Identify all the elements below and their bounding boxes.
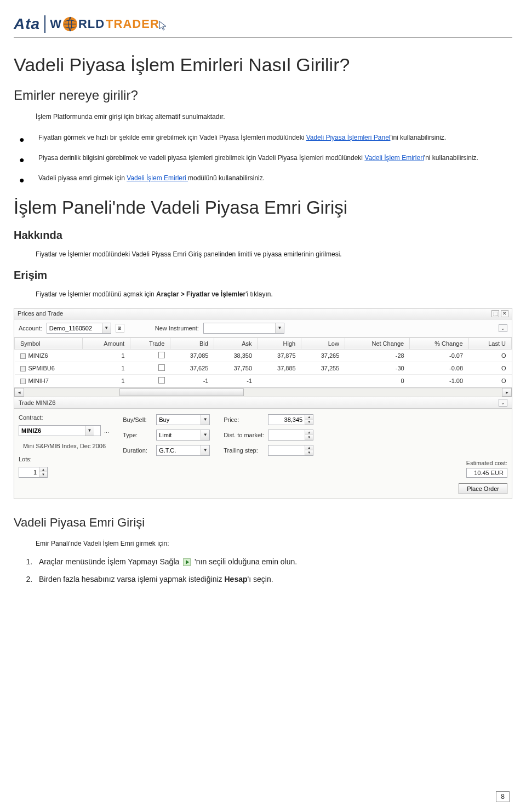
dist-label: Dist. to market: (224, 432, 265, 438)
spin-up-icon[interactable]: ▲ (39, 467, 47, 472)
price-spinner[interactable]: ▲▼ (268, 414, 313, 425)
price-value[interactable] (268, 416, 305, 423)
pin-icon[interactable]: ⬚ (491, 310, 499, 317)
link-panel[interactable]: Vadeli Piyasa İşlemleri Panel (306, 134, 391, 141)
instrument-icon (20, 353, 26, 359)
chevron-down-icon[interactable]: ▼ (85, 426, 94, 436)
chevron-down-icon[interactable]: ▼ (201, 415, 209, 425)
access-menu-path: Araçlar > Fiyatlar ve İşlemler (156, 290, 245, 298)
lots-spinner[interactable]: ▲▼ (19, 467, 48, 478)
trail-label: Trailing step: (224, 447, 265, 454)
bullet-text: Vadeli piyasa emri girmek için (38, 174, 127, 182)
collapse-icon[interactable]: ⌄ (499, 324, 507, 332)
logo-trader-text: TRADER (106, 17, 159, 31)
spin-down-icon[interactable]: ▼ (305, 435, 313, 440)
step-text: 'ı seçin. (248, 575, 273, 584)
access-paragraph: Fiyatlar ve İşlemler modülünü açmak için… (36, 289, 512, 299)
trade-checkbox[interactable] (158, 377, 165, 384)
estimated-cost-label: Estimated cost: (466, 460, 507, 466)
link-orders[interactable]: Vadeli İşlem Emirleri (364, 154, 424, 162)
col-bid[interactable]: Bid (170, 338, 214, 349)
step-text: Birden fazla hesabınız varsa işlemi yapm… (39, 575, 225, 584)
chevron-down-icon[interactable]: ▼ (102, 323, 111, 333)
entry-heading: Vadeli Piyasa Emri Girişi (14, 516, 512, 530)
spin-down-icon[interactable]: ▼ (305, 450, 313, 455)
access-heading: Erişim (14, 269, 512, 282)
chevron-down-icon[interactable]: ▼ (201, 430, 209, 440)
step-item: Birden fazla hesabınız varsa işlemi yapm… (35, 575, 512, 584)
table-row[interactable]: MINIH71-1-10-1.00O (15, 374, 512, 387)
col-last[interactable]: Last U (468, 338, 511, 349)
steps-list: Araçlar menüsünde İşlem Yapmayı Sağla 'n… (35, 557, 512, 584)
buysell-select[interactable]: ▼ (156, 414, 210, 425)
col-amount[interactable]: Amount (82, 338, 130, 349)
dist-value[interactable] (268, 432, 305, 438)
new-instrument-label: New Instrument: (155, 325, 199, 331)
col-symbol[interactable]: Symbol (15, 338, 83, 349)
bullet-item: Piyasa derinlik bilgisini görebilmek ve … (19, 153, 512, 163)
step-text: 'nın seçili olduğuna emin olun. (195, 557, 297, 566)
bullet-text: modülünü kullanabilirsiniz. (188, 174, 265, 182)
bullet-item: Fiyatları görmek ve hızlı bir şekilde em… (19, 133, 512, 143)
price-label: Price: (224, 416, 265, 423)
access-text: 'i tıklayın. (245, 290, 273, 298)
dist-spinner[interactable]: ▲▼ (268, 430, 313, 441)
scroll-left-icon[interactable]: ◂ (14, 388, 24, 397)
buysell-value[interactable] (157, 416, 201, 423)
duration-value[interactable] (157, 447, 201, 454)
trail-value[interactable] (268, 447, 305, 454)
col-high[interactable]: High (258, 338, 301, 349)
new-instrument-select[interactable]: ▼ (203, 323, 284, 334)
close-icon[interactable]: ✕ (501, 310, 508, 317)
contract-value[interactable] (19, 427, 85, 434)
cursor-arrow-icon (158, 20, 168, 35)
chevron-down-icon[interactable]: ▼ (275, 323, 284, 333)
scroll-right-icon[interactable]: ▸ (502, 388, 512, 397)
price-grid: Symbol Amount Trade Bid Ask High Low Net… (14, 338, 512, 387)
scroll-thumb[interactable] (119, 388, 244, 396)
document-icon[interactable]: 🗎 (116, 324, 124, 333)
account-select[interactable]: ▼ (47, 323, 111, 334)
header-logo: Ata W RLD TRADER (14, 0, 512, 35)
play-icon (183, 558, 191, 566)
col-trade[interactable]: Trade (130, 338, 170, 349)
col-netchange[interactable]: Net Change (345, 338, 409, 349)
duration-select[interactable]: ▼ (156, 445, 210, 456)
bullet-text: 'ini kullanabilirsiniz. (390, 134, 446, 141)
contract-select[interactable]: ▼ (19, 425, 101, 436)
place-order-button[interactable]: Place Order (459, 483, 507, 494)
collapse-icon[interactable]: ⌄ (499, 399, 507, 407)
col-low[interactable]: Low (301, 338, 345, 349)
lots-value[interactable] (19, 469, 39, 476)
type-value[interactable] (157, 432, 201, 438)
lots-label: Lots: (19, 456, 56, 462)
table-row[interactable]: MINIZ6137,08538,35037,87537,265-28-0.07O (15, 349, 512, 362)
spin-up-icon[interactable]: ▲ (305, 415, 313, 420)
page-number: 8 (496, 791, 510, 802)
trade-checkbox[interactable] (158, 364, 165, 371)
panel-title: Prices and Trade (18, 310, 63, 317)
col-ask[interactable]: Ask (214, 338, 258, 349)
spin-up-icon[interactable]: ▲ (305, 430, 313, 435)
page-subtitle: Emirler nereye girilir? (14, 88, 512, 103)
table-row[interactable]: SPMIBU6137,62537,75037,88537,255-30-0.08… (15, 362, 512, 374)
bullet-list: Fiyatları görmek ve hızlı bir şekilde em… (19, 133, 512, 184)
type-select[interactable]: ▼ (156, 430, 210, 441)
new-instrument-input[interactable] (204, 325, 275, 331)
trade-checkbox[interactable] (158, 352, 165, 358)
link-orders-module[interactable]: Vadeli İşlem Emirleri (127, 174, 188, 182)
chevron-down-icon[interactable]: ▼ (201, 445, 209, 455)
col-pctchange[interactable]: % Change (410, 338, 468, 349)
logo-rld-text: RLD (78, 17, 105, 31)
trail-spinner[interactable]: ▲▼ (268, 445, 313, 456)
bullet-text: 'ni kullanabilirsiniz. (424, 154, 478, 162)
account-value[interactable] (47, 325, 102, 331)
spin-down-icon[interactable]: ▼ (39, 472, 47, 477)
contract-description: Mini S&P/MIB Index, Dec 2006 (23, 443, 109, 449)
access-text: Fiyatlar ve İşlemler modülünü açmak için (36, 290, 156, 298)
logo-separator (44, 15, 45, 33)
spin-up-icon[interactable]: ▲ (305, 445, 313, 450)
duration-label: Duration: (123, 447, 153, 454)
spin-down-icon[interactable]: ▼ (305, 420, 313, 425)
horizontal-scrollbar[interactable]: ◂ ▸ (14, 387, 512, 397)
